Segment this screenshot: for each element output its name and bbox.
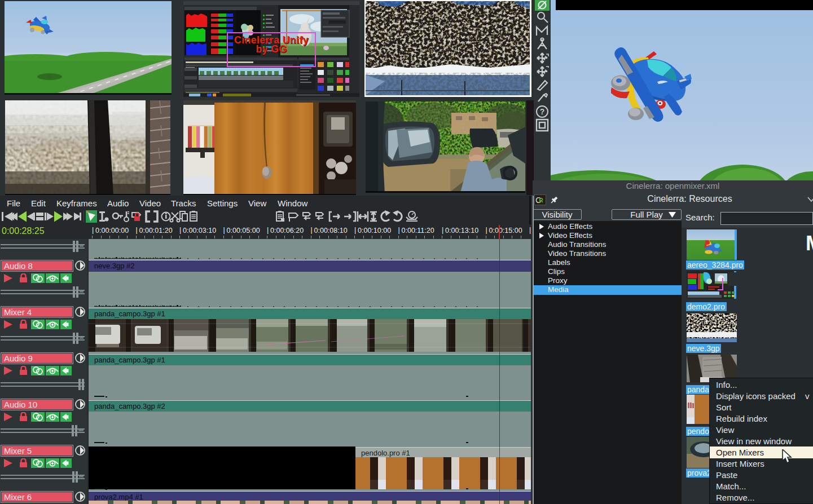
- svg-text:?: ?: [540, 107, 545, 116]
